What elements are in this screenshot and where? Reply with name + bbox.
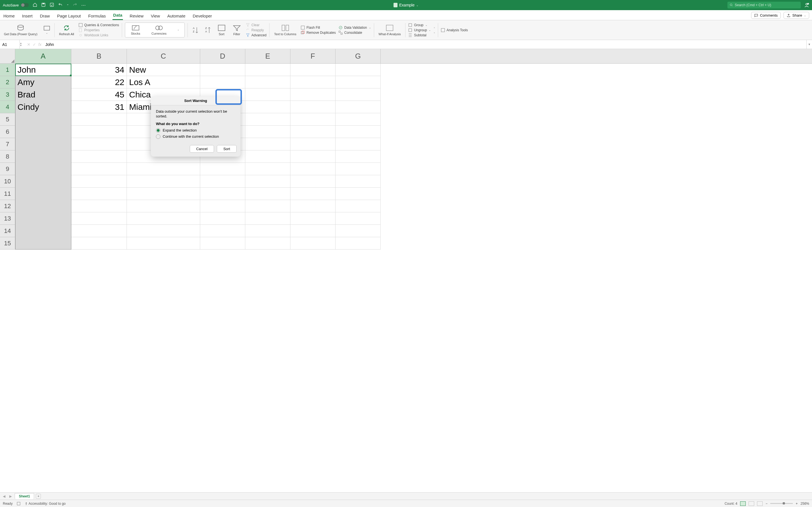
cell-F11[interactable] [290,187,336,200]
cell-C11[interactable] [127,187,200,200]
view-page-break[interactable] [757,501,763,506]
expand-formula-bar[interactable]: ▼ [806,40,812,49]
cell-B1[interactable]: 34 [71,64,127,76]
reapply-button[interactable]: Reapply [246,28,266,32]
what-if-button[interactable]: What-If Analysis [377,24,403,36]
cell-B2[interactable]: 22 [71,76,127,89]
spreadsheet-grid[interactable]: A B C D E F G 1John34New2Amy22Los A3Brad… [0,49,812,492]
cell-C12[interactable] [127,200,200,212]
cell-C15[interactable] [127,237,200,249]
sheet-tab-sheet1[interactable]: Sheet1 [15,493,34,499]
cell-G15[interactable] [336,237,380,249]
sheet-nav-prev[interactable]: ◀ [2,494,6,498]
row-header-7[interactable]: 7 [0,138,15,151]
cell-G3[interactable] [336,89,380,101]
cell-B5[interactable] [71,113,127,126]
row-header-15[interactable]: 15 [0,237,15,249]
radio-expand-selection[interactable]: Expand the selection [156,128,236,133]
enter-formula-icon[interactable]: ✓ [33,42,36,47]
document-title[interactable]: Example ⌄ [394,3,418,7]
share-button[interactable]: Share ⌄ [783,12,809,19]
undo-dropdown[interactable]: ⌄ [66,3,69,8]
cell-F4[interactable] [290,101,336,113]
cell-E3[interactable] [245,89,290,101]
cell-B12[interactable] [71,200,127,212]
col-header-B[interactable]: B [71,49,127,63]
refresh-all-button[interactable]: Refresh All [57,24,76,36]
accessibility-status[interactable]: Accessibility: Good to go [24,502,66,506]
undo-icon[interactable] [58,3,63,7]
row-header-8[interactable]: 8 [0,151,15,163]
autosave-toggle[interactable]: AutoSave [3,3,29,7]
cell-A13[interactable] [15,212,71,225]
sort-az-button[interactable]: AZ [191,26,200,34]
tab-insert[interactable]: Insert [21,12,33,20]
hide-detail-button[interactable]: ▫ [434,31,435,35]
col-header-D[interactable]: D [200,49,245,63]
cell-A9[interactable] [15,163,71,175]
from-picture-button[interactable]: ⌄ [42,25,52,34]
cell-A3[interactable]: Brad [15,89,71,101]
col-header-F[interactable]: F [290,49,336,63]
row-header-10[interactable]: 10 [0,175,15,187]
row-header-12[interactable]: 12 [0,200,15,212]
col-header-A[interactable]: A [15,49,71,63]
cell-A8[interactable] [15,151,71,163]
tab-data[interactable]: Data [112,11,123,20]
group-button[interactable]: Group⌄ [408,23,431,27]
cell-E10[interactable] [245,175,290,187]
row-header-11[interactable]: 11 [0,187,15,200]
cell-C1[interactable]: New [127,64,200,76]
cell-B10[interactable] [71,175,127,187]
tab-automate[interactable]: Automate [167,12,186,20]
cell-B8[interactable] [71,151,127,163]
cell-E5[interactable] [245,113,290,126]
cell-G8[interactable] [336,151,380,163]
cell-F9[interactable] [290,163,336,175]
row-header-3[interactable]: 3 [0,89,15,101]
cell-D13[interactable] [200,212,245,225]
cell-E1[interactable] [245,64,290,76]
row-header-14[interactable]: 14 [0,225,15,237]
cell-C2[interactable]: Los A [127,76,200,89]
comments-button[interactable]: Comments [751,12,781,19]
cell-F10[interactable] [290,175,336,187]
cell-A6[interactable] [15,126,71,138]
col-header-E[interactable]: E [245,49,290,63]
row-header-6[interactable]: 6 [0,126,15,138]
show-detail-button[interactable]: ▫ [434,25,435,30]
get-data-button[interactable]: Get Data (Power Query) [2,24,39,36]
ungroup-button[interactable]: Ungroup⌄ [408,28,431,32]
cell-A7[interactable] [15,138,71,151]
filter-button[interactable]: Filter [231,24,243,36]
zoom-slider[interactable] [770,503,793,504]
cell-E14[interactable] [245,225,290,237]
row-header-2[interactable]: 2 [0,76,15,89]
cell-G7[interactable] [336,138,380,151]
search-input[interactable]: Search (Cmd + Ctrl + U) [727,2,801,8]
cell-F1[interactable] [290,64,336,76]
cell-A4[interactable]: Cindy [15,101,71,113]
formula-input[interactable]: John [44,42,806,47]
properties-button[interactable]: Properties [79,28,119,32]
home-icon[interactable] [33,3,37,7]
radio-continue-current[interactable]: Continue with the current selection [156,134,236,139]
cell-E4[interactable] [245,101,290,113]
name-box[interactable]: A1 [0,40,20,49]
cell-F5[interactable] [290,113,336,126]
tab-review[interactable]: Review [129,12,144,20]
row-header-13[interactable]: 13 [0,212,15,225]
cell-B9[interactable] [71,163,127,175]
cell-A10[interactable] [15,175,71,187]
consolidate-button[interactable]: Consolidate [339,31,371,35]
zoom-percent[interactable]: 256% [801,502,809,506]
cell-F15[interactable] [290,237,336,249]
zoom-in[interactable]: + [796,502,798,506]
cell-E11[interactable] [245,187,290,200]
cell-B15[interactable] [71,237,127,249]
autosave-badge-icon[interactable] [50,3,54,7]
data-validation-button[interactable]: Data Validation⌄ [339,25,371,30]
cell-E9[interactable] [245,163,290,175]
cell-F12[interactable] [290,200,336,212]
data-types-gallery[interactable]: Stocks Currencies › [125,22,185,37]
